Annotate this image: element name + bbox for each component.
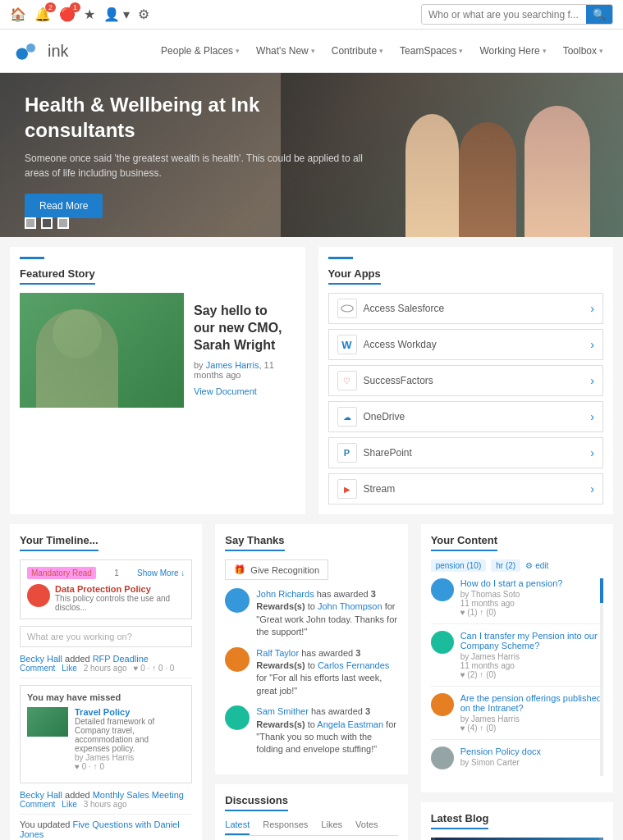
- missed-box: You may have missed Travel Policy Detail…: [20, 685, 192, 783]
- like-action[interactable]: Like: [62, 664, 76, 673]
- app-name-successfactors: SuccessFactors: [364, 375, 433, 386]
- mandatory-item: Data Protection Policy This policy contr…: [27, 584, 185, 612]
- notifications-icon[interactable]: 🔔 2: [34, 7, 51, 22]
- timeline-column: Your Timeline... Mandatory Read 1 Show M…: [10, 524, 202, 840]
- notif-badge: 2: [45, 2, 56, 12]
- tab-likes[interactable]: Likes: [321, 819, 342, 835]
- timeline-link-monthly[interactable]: Monthly Sales Meeting: [93, 790, 184, 800]
- section-divider: [20, 257, 44, 259]
- search-bar[interactable]: 🔍: [421, 4, 613, 25]
- thanks-text-3: Sam Smither has awarded 3 Rewards(s) to …: [256, 705, 397, 756]
- hero-read-more-button[interactable]: Read More: [25, 194, 103, 218]
- discussions-section: Discussions Latest Responses Likes Votes…: [215, 784, 407, 840]
- timeline-user-becky2[interactable]: Becky Hall: [20, 790, 62, 800]
- thanks-giver-1[interactable]: John Richards: [256, 589, 314, 599]
- tab-votes[interactable]: Votes: [355, 819, 378, 835]
- tag-pension[interactable]: pension (10): [431, 559, 487, 572]
- app-item-stream[interactable]: ▶ Stream ›: [328, 473, 604, 504]
- nav-working-here[interactable]: Working Here ▾: [473, 42, 552, 60]
- app-arrow-icon: ›: [590, 410, 594, 423]
- nav-teamspaces[interactable]: TeamSpaces ▾: [393, 42, 470, 60]
- content-avatar-3: [431, 693, 454, 716]
- tag-hr[interactable]: hr (2): [491, 559, 520, 572]
- content-item-3: Are the pension offerings published on t…: [431, 693, 603, 740]
- timeline-link-questions[interactable]: Five Questions with Daniel Jones: [20, 819, 180, 839]
- hero-dot-2[interactable]: [41, 217, 53, 229]
- app-arrow-icon: ›: [590, 338, 594, 351]
- tab-latest[interactable]: Latest: [225, 819, 250, 835]
- hero-dot-1[interactable]: [25, 217, 36, 229]
- user-icon[interactable]: 👤 ▾: [103, 7, 130, 22]
- search-input[interactable]: [422, 7, 586, 23]
- timeline-link-rfp[interactable]: RFP Deadline: [93, 654, 149, 664]
- like-action2[interactable]: Like: [62, 800, 76, 809]
- content-stats-3: ♥ (4) ↑ (0): [460, 724, 603, 733]
- nav-arrow-icon: ▾: [599, 47, 603, 55]
- content-link-3[interactable]: Are the pension offerings published on t…: [460, 693, 603, 713]
- alert-badge: 1: [70, 2, 80, 12]
- nav-people-places[interactable]: People & Places ▾: [154, 42, 246, 60]
- missed-thumb: [27, 707, 68, 737]
- comment-action[interactable]: Comment: [20, 664, 55, 673]
- hero-dot-3[interactable]: [57, 217, 69, 229]
- edit-tags-link[interactable]: ⚙ edit: [525, 561, 548, 570]
- what-working-input[interactable]: What are you working on?: [20, 626, 192, 647]
- featured-story-heading: Say hello to our new CMO, Sarah Wright: [194, 303, 286, 354]
- thanks-text-1: John Richards has awarded 3 Rewards(s) t…: [256, 588, 397, 639]
- thanks-giver-3[interactable]: Sam Smither: [256, 706, 309, 716]
- nav-arrow-icon: ▾: [459, 47, 463, 55]
- show-more-link[interactable]: Show More ↓: [137, 568, 185, 578]
- settings-icon[interactable]: ⚙: [138, 7, 149, 22]
- featured-story-inner: Say hello to our new CMO, Sarah Wright b…: [20, 293, 295, 408]
- scroll-thumb: [600, 578, 603, 603]
- mandatory-policy-title[interactable]: Data Protection Policy: [55, 584, 185, 594]
- app-item-onedrive[interactable]: ☁ OneDrive ›: [328, 401, 604, 432]
- content-meta-3: by James Harris: [460, 714, 603, 724]
- thanks-avatar-1: [225, 588, 250, 613]
- star-icon[interactable]: ★: [84, 7, 95, 22]
- app-item-salesforce[interactable]: Access Salesforce ›: [328, 293, 604, 324]
- logo[interactable]: ink: [13, 36, 69, 66]
- mandatory-header: Mandatory Read 1 Show More ↓: [27, 567, 185, 579]
- app-item-sharepoint[interactable]: P SharePoint ›: [328, 437, 604, 468]
- missed-stats: ♥ 0 · ↑ 0: [75, 762, 185, 771]
- thanks-receiver-1[interactable]: John Thompson: [318, 601, 383, 611]
- give-recognition-button[interactable]: 🎁 Give Recognition: [225, 559, 328, 580]
- content-tags: pension (10) hr (2) ⚙ edit: [431, 559, 603, 572]
- comment-action2[interactable]: Comment: [20, 800, 55, 809]
- home-icon[interactable]: 🏠: [10, 7, 26, 22]
- missed-policy-desc: Detailed framework of Company travel, ac…: [75, 717, 185, 753]
- onedrive-icon: ☁: [337, 407, 357, 427]
- nav-contribute[interactable]: Contribute ▾: [325, 42, 390, 60]
- tab-responses[interactable]: Responses: [263, 819, 308, 835]
- nav-whats-new[interactable]: What's New ▾: [250, 42, 322, 60]
- gift-icon: 🎁: [234, 564, 245, 575]
- discussions-tabs: Latest Responses Likes Votes: [225, 819, 397, 836]
- search-button[interactable]: 🔍: [586, 5, 612, 24]
- thanks-giver-2[interactable]: Ralf Taylor: [256, 648, 299, 658]
- sharepoint-icon: P: [337, 443, 357, 463]
- content-link-2[interactable]: Can I transfer my Pension into our Compa…: [460, 631, 603, 651]
- content-link-4[interactable]: Pension Policy docx: [460, 746, 603, 756]
- timeline-item: Becky Hall added RFP Deadline Comment Li…: [20, 654, 192, 678]
- alerts-icon[interactable]: 🔴 1: [59, 7, 76, 22]
- missed-policy-title[interactable]: Travel Policy: [75, 707, 185, 717]
- thanks-receiver-3[interactable]: Angela Eastman: [317, 719, 383, 729]
- timeline-section: Your Timeline... Mandatory Read 1 Show M…: [10, 524, 202, 840]
- app-item-successfactors[interactable]: ♡ SuccessFactors ›: [328, 365, 604, 396]
- content-link-1[interactable]: How do I start a pension?: [460, 578, 603, 588]
- featured-story-author[interactable]: James Harris: [206, 360, 259, 370]
- featured-story-view-link[interactable]: View Document: [194, 386, 257, 396]
- app-arrow-icon: ›: [590, 482, 594, 495]
- featured-story-title: Featured Story: [20, 267, 95, 285]
- timeline-item-3: You updated Five Questions with Daniel J…: [20, 819, 192, 840]
- nav-toolbox[interactable]: Toolbox ▾: [557, 42, 610, 60]
- thanks-receiver-2[interactable]: Carlos Fernandes: [318, 660, 389, 670]
- content-meta-2: by James Harris: [460, 652, 603, 661]
- timeline-user-becky[interactable]: Becky Hall: [20, 654, 62, 664]
- gear-icon: ⚙: [525, 561, 533, 570]
- scroll-track[interactable]: [600, 578, 603, 776]
- your-apps-title: Your Apps: [328, 267, 381, 285]
- your-content-section: Your Content pension (10) hr (2) ⚙ edit …: [421, 524, 613, 792]
- app-item-workday[interactable]: W Access Workday ›: [328, 329, 604, 360]
